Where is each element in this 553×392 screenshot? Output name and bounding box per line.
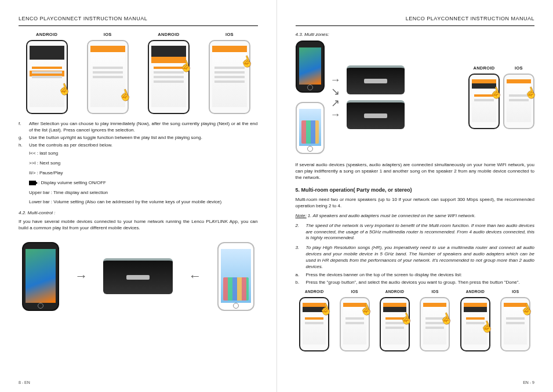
multi-zone-diagram: →↘↗→ ANDROID IOS — [296, 41, 535, 154]
page-left: LENCO PLAYCONNECT INSTRUCTION MANUAL AND… — [0, 0, 277, 392]
os-label: ANDROID — [140, 32, 197, 38]
tap-hand-icon — [399, 312, 412, 325]
tap-hand-icon — [118, 89, 131, 101]
phone-mock-icon — [420, 297, 450, 351]
control-upper-bar: Upper bar : Time display and selection — [29, 190, 258, 196]
phone-mock-icon — [299, 297, 329, 351]
arrow-left-icon: ← — [188, 270, 201, 283]
list-item-f: f.After Selection you can choose to play… — [19, 121, 258, 134]
document-spread: LENCO PLAYCONNECT INSTRUCTION MANUAL AND… — [0, 0, 553, 392]
screenshot-android-1: ANDROID — [19, 32, 75, 114]
multi-control-para: If you have several mobile devices conne… — [19, 219, 258, 232]
page-right: LENCO PLAYCONNECT INSTRUCTION MANUAL 4.3… — [277, 0, 554, 392]
screenshot-ios-2: IOS — [201, 32, 257, 114]
control-lower-bar: Lower bar : Volume setting (Also can be … — [29, 199, 258, 206]
text: : Display volume setting ON/OFF — [38, 180, 106, 185]
tap-hand-icon — [179, 60, 192, 72]
running-head-left: LENCO PLAYCONNECT INSTRUCTION MANUAL — [19, 15, 258, 22]
phone-mock-icon — [148, 40, 190, 114]
text: The speed of the network is very importa… — [306, 223, 535, 241]
tap-hand-icon — [520, 303, 533, 316]
speaker-icon — [347, 100, 405, 129]
section-5-title: 5. Multi-room operation( Party mode, or … — [296, 186, 535, 193]
screenshot-ios-1: IOS — [79, 32, 136, 114]
screenshot-android-2: ANDROID — [140, 32, 197, 114]
phone-mock-icon — [500, 297, 530, 351]
tap-hand-icon — [359, 303, 372, 316]
text: Use the controls as per described below. — [29, 142, 112, 149]
speaker-icon — [347, 65, 405, 94]
phone-mock-icon — [468, 74, 500, 129]
os-label: IOS — [336, 290, 373, 295]
os-label: ANDROID — [468, 65, 500, 71]
os-label: IOS — [79, 32, 136, 38]
os-label: ANDROID — [376, 290, 413, 295]
text: Press the "group button", and select the… — [306, 280, 520, 286]
phone-mock-icon — [503, 74, 534, 129]
tap-hand-icon — [489, 86, 502, 99]
phone-mock-icon — [340, 297, 370, 351]
control-pause: II/> : Pause/Play — [29, 170, 258, 177]
iphone-device-icon — [296, 102, 325, 154]
tap-hand-icon — [439, 312, 452, 325]
text: Press the devices banner on the top of t… — [306, 272, 463, 279]
os-label: ANDROID — [296, 290, 333, 295]
os-label: IOS — [503, 65, 534, 71]
arrow-right-icon: → — [75, 270, 88, 283]
iphone-device-icon — [217, 242, 254, 311]
screenshot-row-bottom: ANDROID IOS ANDROID IOS ANDROID IOS — [296, 290, 535, 351]
os-label: IOS — [416, 290, 454, 295]
phone-mock-icon — [209, 40, 250, 114]
phone-mock-icon — [26, 40, 68, 114]
list-item-g: g.Use the button up/right as toggle func… — [19, 135, 258, 141]
rule — [296, 25, 535, 26]
control-volume: : Display volume setting ON/OFF — [29, 180, 258, 186]
android-device-icon — [296, 41, 325, 93]
subhead-4-3: 4.3. Multi zones: — [296, 32, 535, 38]
phone-mock-icon — [380, 297, 410, 351]
body-text: f.After Selection you can choose to play… — [19, 121, 258, 231]
note-1: Note: 1. All speakers and audio adapters… — [296, 213, 535, 219]
text: After Selection you can choose to play i… — [29, 121, 258, 134]
os-label: ANDROID — [19, 32, 75, 38]
step-b: b.Press the "group button", and select t… — [296, 280, 535, 286]
phone-mock-icon — [460, 297, 490, 351]
page-number-right: EN - 9 — [523, 380, 534, 385]
running-head-right: LENCO PLAYCONNECT INSTRUCTION MANUAL — [296, 15, 535, 22]
rule — [19, 25, 258, 26]
android-device-icon — [22, 242, 59, 311]
volume-icon — [29, 181, 36, 185]
list-item-h: h.Use the controls as per described belo… — [19, 142, 258, 149]
os-label: ANDROID — [456, 290, 494, 295]
tap-hand-icon — [57, 83, 70, 96]
page-number-left: 8 - EN — [19, 380, 30, 385]
text: To play High Resolution songs (HR), you … — [306, 245, 535, 270]
phone-mock-icon — [87, 40, 129, 114]
tap-hand-icon — [524, 86, 537, 99]
screenshot-row-top: ANDROID IOS ANDROID IOS — [19, 32, 258, 114]
text: Use the button up/right as toggle functi… — [29, 135, 202, 141]
note-3: 3.To play High Resolution songs (HR), yo… — [296, 245, 535, 270]
control-next: >>I : Next song — [29, 160, 258, 167]
multi-zone-para: If several audio devices (speakers, audi… — [296, 162, 535, 181]
tap-hand-icon — [240, 55, 253, 68]
arrows-icon: →↘↗→ — [330, 75, 341, 120]
body-text: If several audio devices (speakers, audi… — [296, 162, 535, 286]
note-lead: Note: — [296, 213, 307, 218]
text: 1. All speakers and audio adapters must … — [308, 213, 476, 218]
os-label: IOS — [201, 32, 257, 38]
os-label: IOS — [497, 290, 534, 295]
tap-hand-icon — [480, 320, 493, 333]
tap-hand-icon — [319, 303, 332, 316]
multi-room-para: Multi-room need two or more speakers (up… — [296, 197, 535, 210]
multi-control-diagram: → ← — [22, 242, 254, 311]
controls-list: I<< : last song >>I : Next song II/> : P… — [29, 151, 258, 206]
subhead-4-2: 4.2. Multi-control : — [19, 210, 258, 217]
note-2: 2.The speed of the network is very impor… — [296, 223, 535, 241]
speaker-icon — [103, 258, 173, 294]
step-a: a.Press the devices banner on the top of… — [296, 272, 535, 279]
control-last: I<< : last song — [29, 151, 258, 157]
